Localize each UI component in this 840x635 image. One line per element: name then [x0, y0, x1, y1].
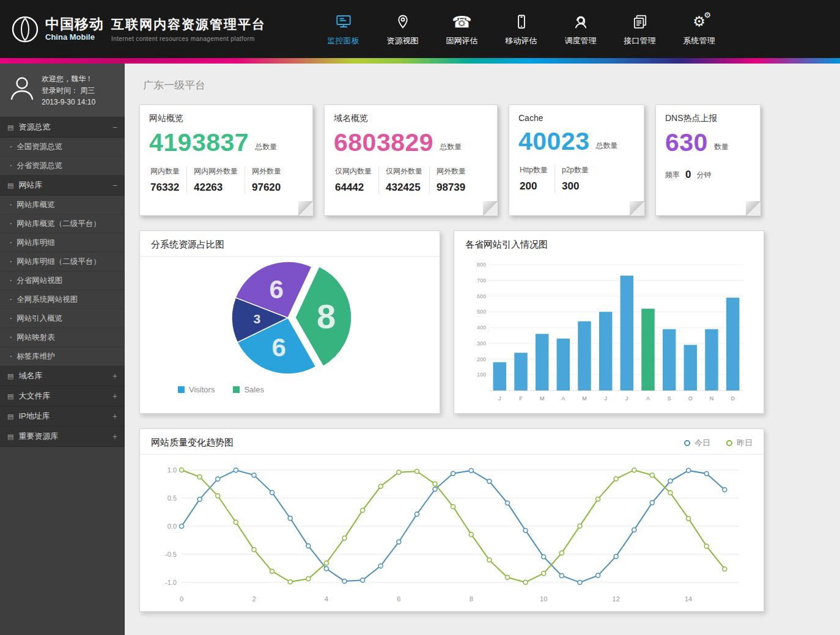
collapse-toggle-icon[interactable]: −	[112, 122, 117, 132]
stat-label: Http数量	[520, 165, 548, 175]
stat-label: 仅网外数量	[386, 166, 422, 177]
stat-value: 0	[685, 169, 691, 181]
sidebar-item-label: 网站库概览（二级平台）	[17, 219, 101, 229]
legend-yesterday[interactable]: 昨日	[726, 438, 753, 449]
stat-label: 网内数量	[150, 166, 180, 177]
telephone-icon: ☎	[452, 12, 471, 32]
rainbow-stripe	[0, 58, 840, 64]
svg-text:J: J	[625, 395, 628, 402]
sidebar-item-website-lib-detail-l2[interactable]: · 网站库明细（二级平台）	[0, 252, 125, 271]
stat-label: 频率	[665, 170, 680, 180]
svg-text:M: M	[540, 395, 545, 402]
svg-text:D: D	[731, 395, 735, 402]
sidebar-section-label: 重要资源库	[18, 431, 58, 442]
svg-text:S: S	[668, 395, 671, 402]
legend-visitors[interactable]: Visitors	[178, 385, 215, 394]
dashboard-icon	[335, 12, 352, 32]
nav-fixed-network-eval[interactable]: ☎ 固网评估	[432, 12, 492, 46]
stat-value: 42263	[194, 182, 238, 194]
sidebar-section-resource-overview[interactable]: ▤ 资源总览 −	[0, 117, 125, 138]
collapse-toggle-icon[interactable]: −	[112, 180, 117, 190]
card-title: DNS热点上报	[665, 113, 751, 124]
sidebar-item-province-resource-overview[interactable]: · 分省资源总览	[0, 156, 125, 175]
svg-text:F: F	[519, 395, 523, 402]
user-info: 欢迎您，魏华！ 登录时间： 周三 2013-9-30 14:10	[42, 73, 95, 108]
svg-text:8: 8	[470, 595, 473, 603]
svg-text:4: 4	[325, 595, 328, 603]
card-title: 网站概览	[149, 113, 303, 124]
legend-swatch	[178, 386, 185, 393]
svg-text:J: J	[604, 395, 607, 402]
big-number: 4193837	[149, 130, 249, 155]
expand-toggle-icon[interactable]: +	[112, 431, 117, 441]
china-mobile-logo-icon	[11, 15, 39, 43]
sidebar-section-important-resource-library[interactable]: ▤ 重要资源库 +	[0, 427, 125, 447]
svg-text:100: 100	[477, 372, 486, 378]
sidebar-section-website-library[interactable]: ▤ 网站库 −	[0, 175, 125, 196]
svg-text:6: 6	[397, 595, 400, 603]
logo-en: China Mobile	[45, 32, 104, 42]
nav-dispatch-management[interactable]: 调度管理	[551, 12, 610, 46]
nav-resource-view[interactable]: 资源视图	[373, 12, 432, 46]
legend-sales[interactable]: Sales	[233, 385, 264, 394]
line-chart: -1.0-0.50.00.51.002468101214	[152, 456, 751, 606]
sidebar-section-label: IP地址库	[18, 411, 50, 422]
nav-mobile-eval[interactable]: 移动评估	[492, 12, 551, 46]
sidebar-item-tag-library-maintenance[interactable]: · 标签库维护	[0, 347, 125, 366]
platform-title-block: 互联网内容资源管理平台 Internet content resources m…	[111, 16, 266, 42]
svg-text:1.0: 1.0	[168, 466, 177, 474]
sidebar-item-website-lib-overview[interactable]: · 网站库概览	[0, 196, 125, 215]
svg-text:2: 2	[252, 595, 256, 603]
expand-toggle-icon[interactable]: +	[112, 411, 117, 421]
sidebar: 欢迎您，魏华！ 登录时间： 周三 2013-9-30 14:10 ▤ 资源总览 …	[0, 64, 125, 635]
bullet-icon: ·	[10, 142, 12, 151]
platform-subtitle: Internet content resources management pl…	[111, 35, 266, 42]
svg-text:N: N	[710, 395, 714, 402]
sidebar-section-big-file-library[interactable]: ▤ 大文件库 +	[0, 386, 125, 406]
svg-text:J: J	[498, 395, 501, 402]
bullet-icon: ·	[10, 257, 12, 266]
sidebar-item-national-resource-overview[interactable]: · 全国资源总览	[0, 138, 125, 156]
sidebar-item-website-lib-detail[interactable]: · 网站库明细	[0, 233, 125, 252]
sidebar-item-label: 网站库明细	[17, 238, 55, 248]
stat-value: 76332	[150, 182, 180, 194]
legend-label: 今日	[694, 438, 710, 449]
sidebar-item-website-mapping-table[interactable]: · 网站映射表	[0, 328, 125, 347]
sidebar-section-ip-address-library[interactable]: ▤ IP地址库 +	[0, 406, 125, 427]
list-icon: ▤	[7, 123, 13, 131]
stat-col: 网内网外数量 42263	[186, 166, 245, 194]
sidebar-item-website-lib-overview-l2[interactable]: · 网站库概览（二级平台）	[0, 215, 125, 233]
svg-text:A: A	[561, 395, 565, 402]
bullet-icon: ·	[10, 276, 12, 285]
sidebar-item-network-system-website-view[interactable]: · 全网系统网站视图	[0, 290, 125, 309]
legend-today[interactable]: 今日	[684, 438, 710, 449]
nav-interface-management[interactable]: 接口管理	[610, 12, 669, 46]
stat-col: 网外数量 97620	[245, 166, 288, 194]
sidebar-section-label: 域名库	[18, 370, 42, 381]
big-number-label: 数量	[714, 142, 729, 155]
sidebar-item-label: 分省资源总览	[17, 161, 62, 171]
sidebar-item-website-import-overview[interactable]: · 网站引入概览	[0, 309, 125, 328]
main-content: 广东一级平台 网站概览 4193837 总数量 网内数量 76332	[125, 64, 840, 635]
svg-text:-1.0: -1.0	[165, 579, 177, 586]
panel-title: 分系统资源占比图	[151, 239, 224, 251]
big-number-label: 总数量	[596, 141, 618, 154]
svg-text:6: 6	[271, 333, 286, 362]
sidebar-item-province-website-view[interactable]: · 分省网站视图	[0, 271, 125, 290]
sidebar-item-label: 网站映射表	[17, 332, 55, 343]
list-icon: ▤	[7, 182, 13, 189]
pie-chart: 8636	[219, 257, 360, 383]
expand-toggle-icon[interactable]: +	[112, 371, 117, 381]
nav-label: 接口管理	[624, 35, 656, 46]
stat-value: 64442	[335, 182, 372, 194]
stat-col: 网外数量 98739	[429, 166, 473, 194]
nav-monitor-panel[interactable]: 监控面板	[314, 12, 373, 46]
stat-col: p2p数量 300	[554, 165, 595, 193]
legend-dot	[726, 440, 732, 446]
sidebar-section-domain-library[interactable]: ▤ 域名库 +	[0, 366, 125, 386]
nav-label: 监控面板	[328, 35, 359, 46]
nav-system-management[interactable]: ⚙⚙ 系统管理	[669, 12, 729, 46]
card-cache: Cache 40023 总数量 Http数量 200 p2p数量 300	[509, 105, 644, 216]
expand-toggle-icon[interactable]: +	[112, 391, 117, 401]
bullet-icon: ·	[10, 314, 12, 323]
